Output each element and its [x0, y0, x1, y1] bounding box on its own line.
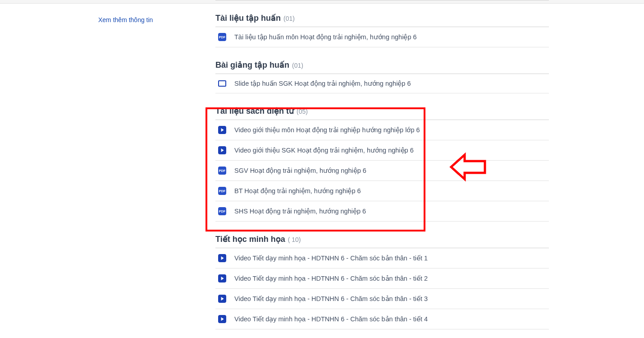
section-title: Tài liệu sách điện tử [215, 106, 294, 116]
list-item[interactable]: PDF SGV Hoạt động trải nghiệm, hướng ngh… [215, 161, 549, 181]
item-label: SGV Hoạt động trải nghiệm, hướng nghiệp … [234, 167, 366, 174]
main-content: Tài liệu tập huấn (01) PDF Tài liệu tập … [215, 0, 549, 329]
section-header: Tài liệu tập huấn (01) [215, 9, 549, 27]
section-title: Tài liệu tập huấn [215, 13, 281, 23]
list-item[interactable]: Video giới thiệu môn Hoạt động trải nghi… [215, 120, 549, 140]
item-label: Video giới thiệu SGK Hoạt động trải nghi… [234, 147, 414, 154]
pdf-icon: PDF [218, 167, 226, 175]
section-count: (05) [297, 108, 308, 115]
video-icon [218, 315, 226, 323]
section-bai-giang-tap-huan: Bài giảng tập huấn (01) Slide tập huấn S… [215, 56, 549, 93]
video-icon [218, 295, 226, 303]
item-label: Video giới thiệu môn Hoạt động trải nghi… [234, 126, 420, 134]
item-label: SHS Hoạt động trải nghiệm, hướng nghiệp … [234, 208, 366, 215]
item-label: Slide tập huấn SGK Hoạt động trải nghiệm… [234, 80, 411, 87]
section-tai-lieu-sach-dien-tu: Tài liệu sách điện tử (05) Video giới th… [215, 102, 549, 222]
list-item[interactable]: Video Tiết dạy minh họa - HDTNHN 6 - Chă… [215, 269, 549, 289]
section-count: (01) [292, 62, 303, 69]
list-item[interactable]: Video Tiết dạy minh họa - HDTNHN 6 - Chă… [215, 289, 549, 309]
section-count: ( 10) [288, 236, 301, 243]
section-count: (01) [283, 15, 295, 22]
section-header: Tài liệu sách điện tử (05) [215, 102, 549, 120]
list-item[interactable]: Video giới thiệu SGK Hoạt động trải nghi… [215, 140, 549, 161]
list-item[interactable]: Video Tiết dạy minh họa - HDTNHN 6 - Chă… [215, 248, 549, 269]
prev-section-header-cutoff [215, 0, 549, 0]
item-label: Tài liệu tập huấn môn Hoạt động trải ngh… [234, 33, 417, 41]
section-header: Tiết học minh họa ( 10) [215, 230, 549, 248]
more-info-link[interactable]: Xem thêm thông tin [98, 16, 153, 23]
item-label: Video Tiết dạy minh họa - HDTNHN 6 - Chă… [234, 315, 428, 323]
section-title: Tiết học minh họa [215, 234, 285, 244]
list-item[interactable]: PDF BT Hoạt động trải nghiệm, hướng nghi… [215, 181, 549, 201]
item-label: Video Tiết dạy minh họa - HDTNHN 6 - Chă… [234, 255, 428, 262]
video-icon [218, 254, 226, 262]
section-tiet-hoc-minh-hoa: Tiết học minh họa ( 10) Video Tiết dạy m… [215, 230, 549, 329]
pdf-icon: PDF [218, 207, 226, 215]
list-item[interactable]: PDF Tài liệu tập huấn môn Hoạt động trải… [215, 27, 549, 47]
pdf-icon: PDF [218, 187, 226, 195]
video-icon [218, 126, 226, 134]
video-icon [218, 274, 226, 282]
section-title: Bài giảng tập huấn [215, 60, 289, 70]
list-item[interactable]: Slide tập huấn SGK Hoạt động trải nghiệm… [215, 74, 549, 93]
section-tai-lieu-tap-huan: Tài liệu tập huấn (01) PDF Tài liệu tập … [215, 9, 549, 47]
item-label: Video Tiết dạy minh họa - HDTNHN 6 - Chă… [234, 275, 428, 282]
item-label: Video Tiết dạy minh họa - HDTNHN 6 - Chă… [234, 295, 428, 302]
list-item[interactable]: PDF SHS Hoạt động trải nghiệm, hướng ngh… [215, 201, 549, 222]
slide-icon [218, 80, 226, 87]
section-header: Bài giảng tập huấn (01) [215, 56, 549, 74]
video-icon [218, 146, 226, 154]
item-label: BT Hoạt động trải nghiệm, hướng nghiệp 6 [234, 187, 361, 194]
list-item[interactable]: Video Tiết dạy minh họa - HDTNHN 6 - Chă… [215, 309, 549, 329]
pdf-icon: PDF [218, 33, 226, 41]
